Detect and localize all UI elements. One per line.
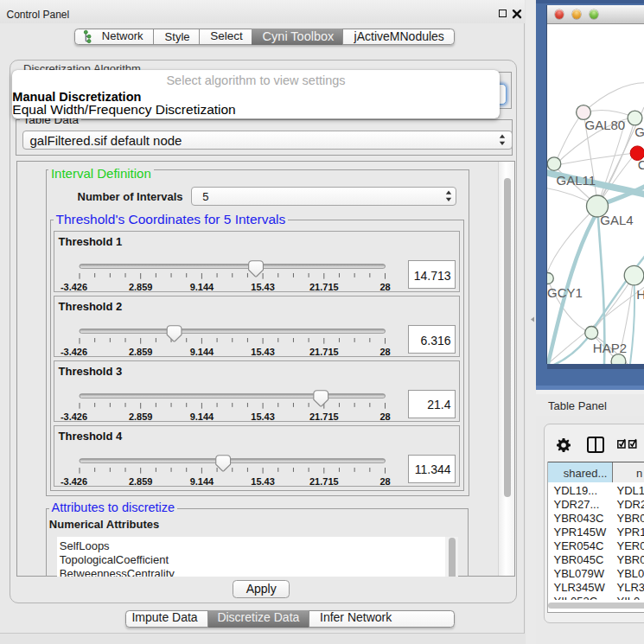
svg-text:28: 28 [379,411,390,422]
svg-text:9.144: 9.144 [190,347,214,357]
svg-text:9.144: 9.144 [190,282,214,292]
svg-text:GCY1: GCY1 [547,285,583,300]
svg-text:GAL11: GAL11 [557,172,596,187]
svg-text:21.715: 21.715 [309,476,339,487]
svg-text:C: C [638,157,644,172]
svg-text:-3.426: -3.426 [61,347,87,357]
svg-text:H: H [636,286,644,301]
svg-text:GA: GA [634,124,644,138]
svg-text:9.144: 9.144 [190,476,214,487]
svg-text:2.859: 2.859 [129,476,153,487]
svg-text:9.144: 9.144 [190,411,214,422]
svg-text:HAP2: HAP2 [593,340,627,354]
svg-text:15.43: 15.43 [251,282,275,292]
svg-text:28: 28 [379,347,390,357]
svg-text:15.43: 15.43 [251,476,275,487]
svg-text:-3.426: -3.426 [61,476,87,487]
svg-text:15.43: 15.43 [251,411,275,422]
svg-text:GAL80: GAL80 [585,118,626,132]
svg-text:2.859: 2.859 [129,282,153,292]
svg-text:28: 28 [379,476,390,487]
svg-text:28: 28 [379,282,390,292]
svg-text:GAL4: GAL4 [600,212,633,226]
svg-text:21.715: 21.715 [309,282,339,292]
svg-text:15.43: 15.43 [251,347,275,357]
svg-text:21.715: 21.715 [309,347,339,357]
svg-text:-3.426: -3.426 [61,411,87,422]
svg-text:2.859: 2.859 [129,411,153,422]
svg-text:-3.426: -3.426 [61,282,87,292]
svg-text:2.859: 2.859 [129,347,153,357]
svg-text:21.715: 21.715 [309,411,339,422]
